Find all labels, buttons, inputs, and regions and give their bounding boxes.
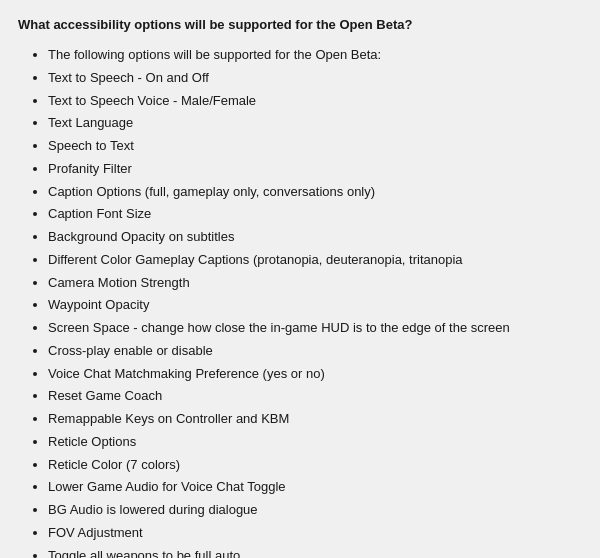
list-item: Remappable Keys on Controller and KBM (48, 408, 582, 431)
accessibility-list: The following options will be supported … (18, 44, 582, 67)
list-item: Reticle Color (7 colors) (48, 454, 582, 477)
list-item: BG Audio is lowered during dialogue (48, 499, 582, 522)
list-item: Caption Options (full, gameplay only, co… (48, 181, 582, 204)
list-item: Voice Chat Matchmaking Preference (yes o… (48, 363, 582, 386)
list-item: Cross-play enable or disable (48, 340, 582, 363)
list-item: Reset Game Coach (48, 385, 582, 408)
list-item: Text to Speech - On and Off (48, 67, 582, 90)
list-item: Waypoint Opacity (48, 294, 582, 317)
options-list: Text to Speech - On and OffText to Speec… (18, 67, 582, 558)
list-item: Reticle Options (48, 431, 582, 454)
list-item: Lower Game Audio for Voice Chat Toggle (48, 476, 582, 499)
list-item: Screen Space - change how close the in-g… (48, 317, 582, 340)
list-item: Camera Motion Strength (48, 272, 582, 295)
list-item: Speech to Text (48, 135, 582, 158)
page-question: What accessibility options will be suppo… (18, 16, 582, 34)
list-item: Caption Font Size (48, 203, 582, 226)
list-item: FOV Adjustment (48, 522, 582, 545)
list-item: Profanity Filter (48, 158, 582, 181)
list-item: Text Language (48, 112, 582, 135)
list-item: Different Color Gameplay Captions (prota… (48, 249, 582, 272)
list-intro: The following options will be supported … (48, 44, 582, 67)
list-item: Background Opacity on subtitles (48, 226, 582, 249)
list-item: Toggle all weapons to be full auto. (48, 545, 582, 558)
list-item: Text to Speech Voice - Male/Female (48, 90, 582, 113)
